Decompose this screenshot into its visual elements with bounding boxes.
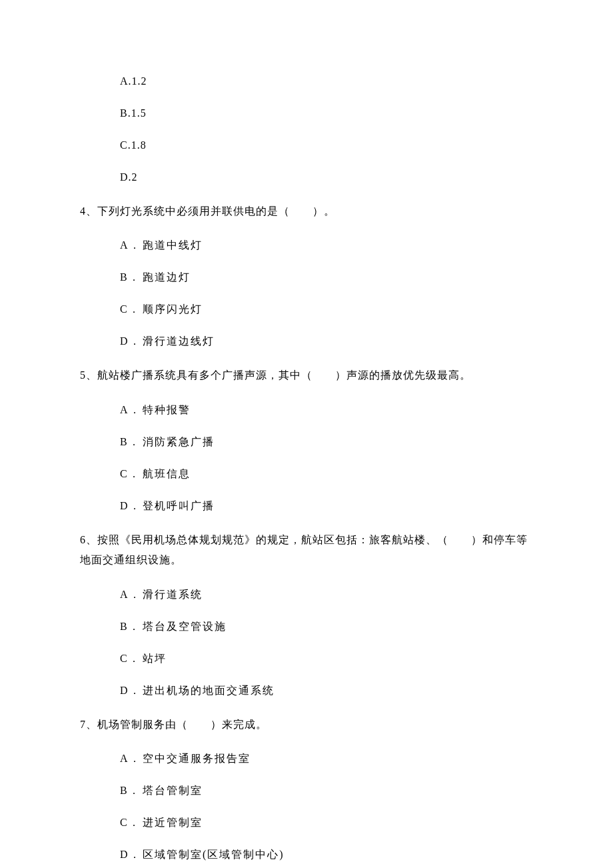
option-text: 塔台及空管设施 bbox=[143, 621, 227, 632]
option-label: D． bbox=[120, 847, 143, 863]
q3-option-d: D.2 bbox=[120, 169, 533, 185]
q6-option-c: C．站坪 bbox=[120, 651, 533, 667]
option-text: 进近管制室 bbox=[143, 817, 203, 828]
option-label: B． bbox=[120, 619, 143, 635]
q7-option-c: C．进近管制室 bbox=[120, 815, 533, 831]
q3-option-a: A.1.2 bbox=[120, 73, 533, 89]
option-label: A． bbox=[120, 402, 143, 418]
q5-option-a: A．特种报警 bbox=[120, 402, 533, 418]
q7-option-b: B．塔台管制室 bbox=[120, 783, 533, 799]
option-text: 进出机场的地面交通系统 bbox=[143, 685, 275, 696]
q5-option-b: B．消防紧急广播 bbox=[120, 434, 533, 450]
option-label: B． bbox=[120, 783, 143, 799]
q5-option-d: D．登机呼叫广播 bbox=[120, 498, 533, 514]
q3-option-c: C.1.8 bbox=[120, 137, 533, 153]
q5-stem: 5、航站楼广播系统具有多个广播声源，其中（ ）声源的播放优先级最高。 bbox=[80, 365, 533, 385]
option-label: A． bbox=[120, 751, 143, 767]
option-text: 消防紧急广播 bbox=[143, 436, 215, 447]
option-text: 站坪 bbox=[143, 653, 167, 664]
option-label: D． bbox=[120, 683, 143, 699]
option-label: A． bbox=[120, 587, 143, 603]
q7-option-d: D．区域管制室(区域管制中心) bbox=[120, 847, 533, 863]
option-text: 航班信息 bbox=[143, 468, 191, 479]
option-label: C． bbox=[120, 466, 143, 482]
q5-option-c: C．航班信息 bbox=[120, 466, 533, 482]
option-text: 区域管制室(区域管制中心) bbox=[143, 849, 285, 860]
option-text: 登机呼叫广播 bbox=[143, 500, 215, 511]
q6-option-b: B．塔台及空管设施 bbox=[120, 619, 533, 635]
q3-option-b: B.1.5 bbox=[120, 105, 533, 121]
option-label: C． bbox=[120, 301, 143, 317]
q6-stem: 6、按照《民用机场总体规划规范》的规定，航站区包括：旅客航站楼、（ ）和停车等地… bbox=[80, 530, 533, 571]
q7-stem: 7、机场管制服务由（ ）来完成。 bbox=[80, 715, 533, 735]
q6-option-a: A．滑行道系统 bbox=[120, 587, 533, 603]
q4-option-a: A．跑道中线灯 bbox=[120, 237, 533, 253]
option-text: 特种报警 bbox=[143, 404, 191, 415]
option-text: 滑行道边线灯 bbox=[143, 335, 215, 347]
option-text: 塔台管制室 bbox=[143, 785, 203, 796]
option-text: 滑行道系统 bbox=[143, 589, 203, 600]
option-text: 跑道中线灯 bbox=[143, 239, 203, 251]
option-text: 跑道边灯 bbox=[143, 271, 191, 283]
option-label: C． bbox=[120, 651, 143, 667]
option-label: C． bbox=[120, 815, 143, 831]
q4-option-c: C．顺序闪光灯 bbox=[120, 301, 533, 317]
option-label: D． bbox=[120, 498, 143, 514]
option-label: B． bbox=[120, 434, 143, 450]
q7-option-a: A．空中交通服务报告室 bbox=[120, 751, 533, 767]
option-label: B． bbox=[120, 269, 143, 285]
option-label: A． bbox=[120, 237, 143, 253]
q4-option-b: B．跑道边灯 bbox=[120, 269, 533, 285]
q4-stem: 4、下列灯光系统中必须用并联供电的是（ ）。 bbox=[80, 201, 533, 221]
option-text: 空中交通服务报告室 bbox=[143, 753, 251, 764]
q6-option-d: D．进出机场的地面交通系统 bbox=[120, 683, 533, 699]
q4-option-d: D．滑行道边线灯 bbox=[120, 333, 533, 349]
option-text: 顺序闪光灯 bbox=[143, 303, 203, 315]
option-label: D． bbox=[120, 333, 143, 349]
